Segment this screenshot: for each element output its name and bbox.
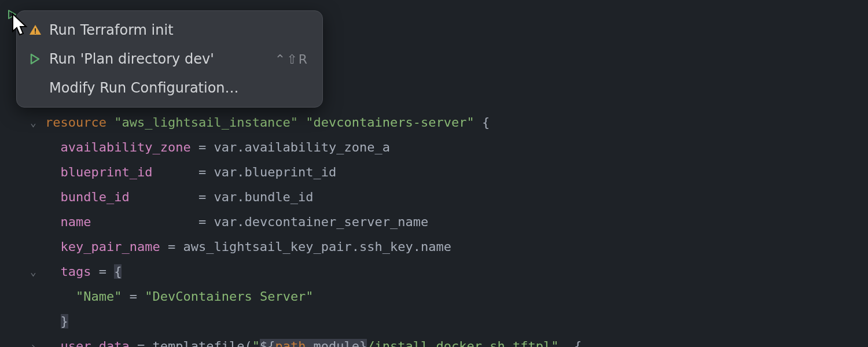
code-line[interactable]: bundle_id = var.bundle_id bbox=[0, 184, 868, 209]
code-token: ${ bbox=[260, 339, 275, 347]
code-token: availability_zone bbox=[61, 140, 191, 154]
code-token: = bbox=[91, 264, 114, 279]
code-token bbox=[45, 239, 61, 254]
code-token bbox=[45, 140, 61, 154]
code-token: = var.blueprint_id bbox=[152, 165, 336, 179]
chevron-right-icon[interactable]: › bbox=[30, 334, 36, 347]
chevron-down-icon[interactable]: ⌄ bbox=[30, 259, 36, 284]
code-token bbox=[45, 289, 76, 304]
code-line[interactable]: } bbox=[0, 309, 868, 334]
code-token: blueprint_id bbox=[61, 165, 153, 179]
code-token: .module} bbox=[306, 339, 367, 347]
warning-icon bbox=[28, 23, 49, 37]
code-token bbox=[45, 339, 61, 347]
code-token: } bbox=[61, 314, 68, 328]
menu-item-label: Run 'Plan directory dev' bbox=[49, 51, 275, 67]
code-line[interactable]: ⌄resource "aws_lightsail_instance" "devc… bbox=[0, 110, 868, 135]
code-line[interactable]: ⌄ tags = { bbox=[0, 259, 868, 284]
code-token: bundle_id bbox=[61, 190, 130, 204]
code-token bbox=[45, 190, 61, 204]
run-context-menu: Run Terraform init Run 'Plan directory d… bbox=[16, 10, 323, 108]
code-token: /install_docker.sh.tftpl" bbox=[367, 339, 558, 347]
play-icon bbox=[28, 53, 49, 65]
code-token bbox=[45, 165, 61, 179]
code-token: user_data bbox=[61, 339, 130, 347]
svg-rect-1 bbox=[35, 32, 36, 34]
code-line[interactable]: "Name" = "DevContainers Server" bbox=[0, 284, 868, 309]
code-token: = var.devcontainer_server_name bbox=[91, 215, 428, 229]
code-line[interactable]: availability_zone = var.availability_zon… bbox=[0, 135, 868, 160]
code-token: "aws_lightsail_instance" "devcontainers-… bbox=[114, 115, 482, 130]
code-token: path bbox=[275, 339, 306, 347]
menu-item-modify-config[interactable]: Modify Run Configuration… bbox=[17, 73, 322, 102]
code-line[interactable]: name = var.devcontainer_server_name bbox=[0, 209, 868, 234]
code-token: "Name" bbox=[76, 289, 122, 304]
menu-item-run-terraform-init[interactable]: Run Terraform init bbox=[17, 16, 322, 45]
code-token: name bbox=[61, 215, 91, 229]
menu-item-label: Run Terraform init bbox=[49, 22, 308, 38]
menu-item-run-plan[interactable]: Run 'Plan directory dev' ⌃⇧R bbox=[17, 45, 322, 73]
code-token: key_pair_name bbox=[61, 239, 160, 254]
code-token: = aws_lightsail_key_pair.ssh_key.name bbox=[160, 239, 451, 254]
code-line[interactable]: › user_data = templatefile("${path.modul… bbox=[0, 334, 868, 347]
code-token: , { bbox=[558, 339, 582, 347]
code-line[interactable]: key_pair_name = aws_lightsail_key_pair.s… bbox=[0, 234, 868, 259]
code-token bbox=[45, 314, 61, 328]
menu-item-label: Modify Run Configuration… bbox=[49, 80, 308, 96]
code-token: = bbox=[122, 289, 145, 304]
code-token: = var.bundle_id bbox=[130, 190, 314, 204]
code-token: = var.availability_zone_a bbox=[191, 140, 390, 154]
code-token: " bbox=[252, 339, 260, 347]
chevron-down-icon[interactable]: ⌄ bbox=[30, 110, 36, 135]
code-token: { bbox=[114, 264, 122, 279]
code-line[interactable]: blueprint_id = var.blueprint_id bbox=[0, 160, 868, 184]
code-token: { bbox=[482, 115, 490, 130]
code-token: tags bbox=[61, 264, 91, 279]
code-token: resource bbox=[45, 115, 114, 130]
code-token bbox=[45, 215, 61, 229]
menu-item-shortcut: ⌃⇧R bbox=[275, 52, 308, 67]
code-token bbox=[45, 264, 61, 279]
code-token: "DevContainers Server" bbox=[145, 289, 313, 304]
code-token: = templatefile( bbox=[130, 339, 252, 347]
svg-rect-0 bbox=[35, 28, 36, 32]
